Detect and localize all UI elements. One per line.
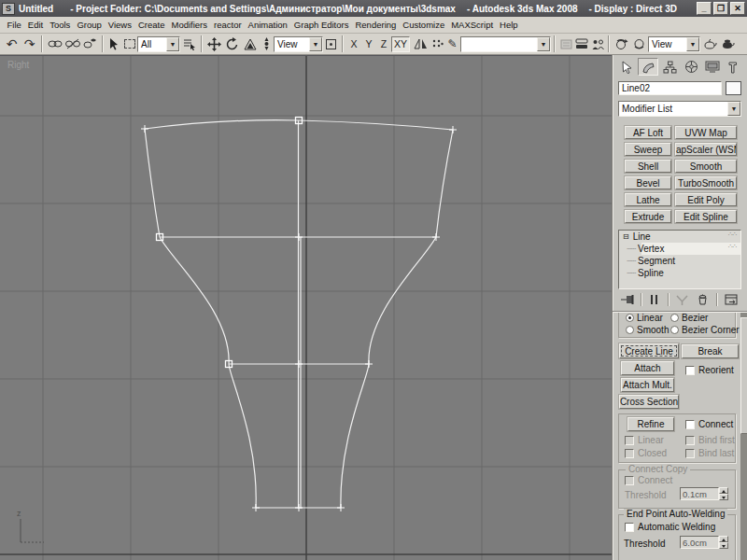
radio-smooth[interactable]: Smooth — [626, 325, 669, 335]
menu-modifiers[interactable]: Modifiers — [168, 18, 211, 32]
create-line-button[interactable]: Create Line — [619, 343, 679, 358]
tab-create[interactable] — [616, 58, 637, 76]
modifier-button-edit-spline[interactable]: Edit Spline — [675, 210, 737, 223]
scrollbar-thumb[interactable] — [740, 317, 747, 434]
tab-motion[interactable] — [681, 58, 701, 76]
manage-layers-icon[interactable] — [589, 35, 605, 53]
show-end-result-icon[interactable] — [647, 293, 662, 306]
menu-tools[interactable]: Tools — [47, 18, 74, 32]
select-link-icon[interactable] — [46, 35, 63, 53]
attach-button[interactable]: Attach — [621, 361, 674, 375]
restrict-xy-button[interactable]: XY — [391, 36, 410, 52]
menu-customize[interactable]: Customize — [400, 18, 448, 32]
close-button[interactable]: ✕ — [730, 2, 745, 15]
keyboard-override-icon[interactable]: ✎ — [444, 35, 460, 53]
reorient-checkbox[interactable]: Reorient — [685, 365, 734, 375]
tab-modify[interactable] — [638, 58, 658, 76]
tab-hierarchy[interactable] — [659, 58, 680, 76]
modifier-button-bevel[interactable]: Bevel — [625, 176, 671, 189]
mirror-icon[interactable] — [412, 35, 430, 53]
modifier-button-turbosmooth[interactable]: TurboSmooth — [675, 176, 737, 189]
menu-help[interactable]: Help — [497, 18, 522, 32]
render-type-dropdown[interactable]: View▼ — [648, 36, 700, 52]
configure-modifier-sets-icon[interactable] — [723, 293, 740, 306]
modifier-button-smooth[interactable]: Smooth — [675, 160, 737, 173]
cross-section-button[interactable]: Cross Section — [619, 395, 679, 409]
refine-button[interactable]: Refine — [627, 417, 674, 431]
menu-reactor[interactable]: reactor — [211, 18, 246, 32]
threshold-spinner[interactable]: 0.1cm — [680, 487, 728, 500]
select-manipulate-icon[interactable] — [259, 35, 274, 53]
stack-item-segment[interactable]: ┄┄Segment — [619, 255, 740, 267]
spline-segment[interactable] — [369, 237, 436, 364]
menu-edit[interactable]: Edit — [24, 18, 46, 32]
connect-copy-checkbox: Connect — [625, 475, 672, 485]
connect-checkbox[interactable]: Connect — [685, 419, 733, 429]
radio-linear[interactable]: Linear — [626, 313, 663, 323]
automatic-welding-checkbox[interactable]: Automatic Welding — [625, 522, 715, 532]
modifier-button-lathe[interactable]: Lathe — [625, 193, 671, 206]
select-object-icon[interactable] — [106, 35, 121, 53]
modifier-button-edit-poly[interactable]: Edit Poly — [675, 193, 737, 206]
modifier-button-apscaler-wsm[interactable]: apScaler (WSM — [675, 143, 737, 156]
select-rotate-icon[interactable] — [223, 35, 241, 53]
modifier-button-sweep[interactable]: Sweep — [625, 143, 671, 156]
use-center-icon[interactable] — [323, 35, 339, 53]
layer-manager-icon[interactable] — [573, 35, 589, 53]
spline-segment[interactable] — [145, 129, 160, 237]
radio-bezier-corner[interactable]: Bezier Corner — [670, 325, 740, 335]
restrict-x-button[interactable]: X — [346, 36, 361, 52]
menu-file[interactable]: File — [4, 18, 24, 32]
selection-region-icon[interactable] — [121, 35, 137, 53]
curve-editor-icon[interactable] — [613, 35, 630, 53]
tab-display[interactable] — [702, 58, 723, 76]
named-selection-sets-dropdown[interactable]: ▼ — [460, 36, 551, 52]
quick-render-icon[interactable] — [718, 35, 736, 53]
modifier-button-uvw-map[interactable]: UVW Map — [675, 126, 737, 139]
render-setup-icon[interactable] — [700, 35, 718, 53]
reference-coordinate-dropdown[interactable]: View▼ — [274, 36, 323, 52]
menu-rendering[interactable]: Rendering — [352, 18, 400, 32]
modifier-list-dropdown[interactable]: Modifier List▼ — [618, 101, 741, 117]
unlink-icon[interactable] — [63, 35, 81, 53]
object-name-field[interactable]: Line02 — [618, 81, 722, 95]
menu-group[interactable]: Group — [74, 18, 105, 32]
stack-item-spline[interactable]: ┄┄Spline — [619, 267, 740, 279]
restrict-z-button[interactable]: Z — [376, 36, 391, 52]
schematic-view-icon[interactable] — [630, 35, 648, 53]
rollout-scrollbar[interactable] — [740, 313, 747, 560]
spline-segment[interactable] — [436, 130, 453, 237]
pin-stack-icon[interactable] — [620, 293, 635, 306]
spline-segment[interactable] — [341, 364, 369, 508]
object-color-swatch[interactable] — [726, 81, 741, 95]
menu-graph-editors[interactable]: Graph Editors — [290, 18, 352, 32]
modifier-button-extrude[interactable]: Extrude — [625, 210, 671, 223]
restore-button[interactable]: ❐ — [713, 2, 728, 15]
selection-filter-dropdown[interactable]: All▼ — [137, 36, 180, 52]
attach-mult-button[interactable]: Attach Mult. — [621, 378, 674, 392]
stack-item-line[interactable]: ⊟Line∴∴ — [619, 231, 740, 243]
menu-maxscript[interactable]: MAXScript — [448, 18, 497, 32]
menu-create[interactable]: Create — [134, 18, 168, 32]
modifier-button-shell[interactable]: Shell — [625, 160, 671, 173]
undo-icon[interactable]: ↶ — [3, 35, 21, 53]
viewport-right[interactable]: Rightz — [0, 55, 612, 560]
stack-item-vertex[interactable]: ┄┄Vertex∴∴ — [619, 243, 740, 255]
minimize-button[interactable]: _ — [697, 2, 712, 15]
redo-icon[interactable]: ↷ — [21, 35, 38, 53]
snaps-toggle-icon[interactable] — [430, 35, 444, 53]
select-scale-icon[interactable] — [241, 35, 259, 53]
menu-animation[interactable]: Animation — [245, 18, 290, 32]
menu-views[interactable]: Views — [105, 18, 134, 32]
bind-spacewarp-icon[interactable] — [81, 35, 99, 53]
modifier-button-af-loft[interactable]: AF Loft — [625, 126, 671, 139]
tab-utilities[interactable] — [724, 58, 744, 76]
restrict-y-button[interactable]: Y — [361, 36, 376, 52]
spline-segment[interactable] — [229, 364, 256, 508]
radio-bezier[interactable]: Bezier — [670, 313, 708, 323]
select-by-name-icon[interactable] — [180, 35, 198, 53]
break-button[interactable]: Break — [682, 344, 739, 358]
threshold2-spinner[interactable]: 6.0cm — [680, 536, 728, 549]
select-move-icon[interactable] — [205, 35, 223, 53]
remove-modifier-icon[interactable] — [696, 293, 711, 306]
